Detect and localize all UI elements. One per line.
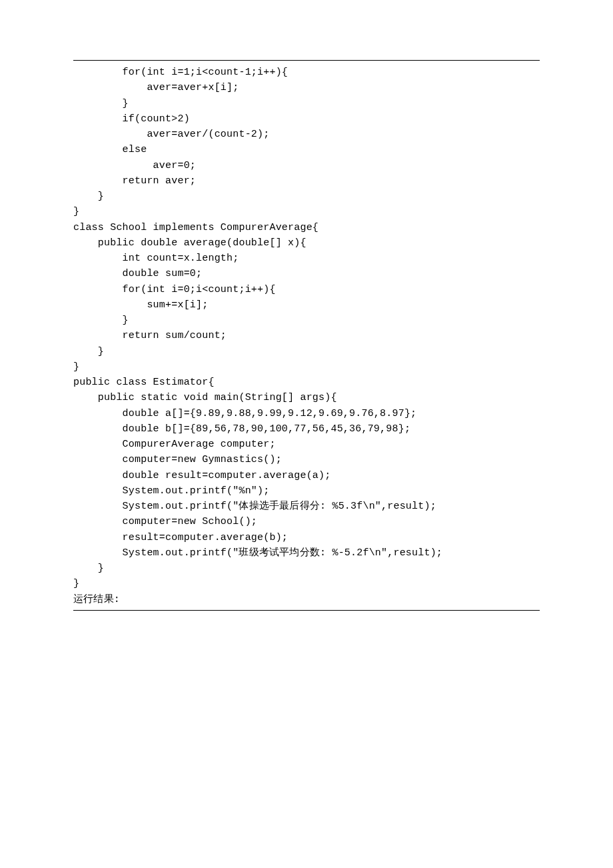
code-line: } xyxy=(73,204,540,219)
code-line: double sum=0; xyxy=(73,266,540,281)
code-line: } xyxy=(73,313,540,328)
code-line: System.out.printf("体操选手最后得分: %5.3f\n",re… xyxy=(73,499,540,514)
code-line: } xyxy=(73,576,540,591)
code-line: double result=computer.average(a); xyxy=(73,468,540,483)
code-line: for(int i=1;i<count-1;i++){ xyxy=(73,65,540,80)
code-line: } xyxy=(73,344,540,359)
code-line: public static void main(String[] args){ xyxy=(73,390,540,405)
code-line: double b[]={89,56,78,90,100,77,56,45,36,… xyxy=(73,421,540,437)
code-line: aver=aver/(count-2); xyxy=(73,127,540,142)
code-line: for(int i=0;i<count;i++){ xyxy=(73,282,540,297)
code-line: public double average(double[] x){ xyxy=(73,235,540,251)
code-line: public class Estimator{ xyxy=(73,375,540,390)
code-line: } xyxy=(73,96,540,111)
code-line: System.out.printf("%n"); xyxy=(73,483,540,499)
code-line: return aver; xyxy=(73,173,540,189)
code-line: result=computer.average(b); xyxy=(73,530,540,545)
bottom-rule xyxy=(73,610,540,611)
code-line: else xyxy=(73,142,540,157)
code-line: System.out.printf("班级考试平均分数: %-5.2f\n",r… xyxy=(73,545,540,561)
code-line: computer=new School(); xyxy=(73,514,540,529)
code-line: } xyxy=(73,189,540,204)
top-rule xyxy=(73,60,540,61)
code-line: return sum/count; xyxy=(73,328,540,343)
code-line: sum+=x[i]; xyxy=(73,297,540,313)
code-line: int count=x.length; xyxy=(73,251,540,266)
code-line: 运行结果: xyxy=(73,592,540,607)
code-line: class School implements CompurerAverage{ xyxy=(73,220,540,235)
code-line: computer=new Gymnastics(); xyxy=(73,452,540,467)
document-page: for(int i=1;i<count-1;i++){ aver=aver+x[… xyxy=(0,0,613,868)
code-line: aver=0; xyxy=(73,158,540,173)
code-line: } xyxy=(73,561,540,576)
code-line: double a[]={9.89,9.88,9.99,9.12,9.69,9.7… xyxy=(73,406,540,421)
code-line: } xyxy=(73,359,540,375)
code-line: aver=aver+x[i]; xyxy=(73,80,540,95)
code-line: if(count>2) xyxy=(73,111,540,127)
code-block: for(int i=1;i<count-1;i++){ aver=aver+x[… xyxy=(73,65,540,607)
code-line: CompurerAverage computer; xyxy=(73,437,540,452)
